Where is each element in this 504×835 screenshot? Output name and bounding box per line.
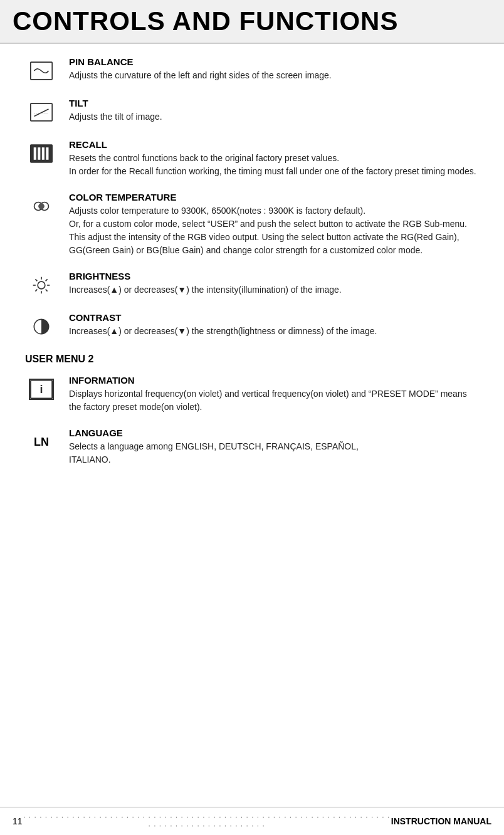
pin-balance-desc: Adjusts the curvature of the left and ri… xyxy=(69,69,479,82)
list-item: RECALL Resets the control functions back… xyxy=(25,139,479,178)
language-icon: LN xyxy=(25,429,58,455)
information-icon: i xyxy=(25,376,58,402)
svg-line-17 xyxy=(35,279,37,281)
pin-balance-title: PIN BALANCE xyxy=(69,56,479,67)
tilt-text: TILT Adjusts the tilt of image. xyxy=(69,98,479,123)
contrast-title: CONTRAST xyxy=(69,312,479,323)
list-item: CONTRAST Increases(▲) or decreases(▼) th… xyxy=(25,312,479,340)
brightness-title: BRIGHTNESS xyxy=(69,271,479,281)
tilt-title: TILT xyxy=(69,98,479,108)
tilt-icon xyxy=(25,99,58,125)
language-title: LANGUAGE xyxy=(69,428,479,438)
svg-rect-8 xyxy=(42,147,45,160)
brightness-text: BRIGHTNESS Increases(▲) or decreases(▼) … xyxy=(69,271,479,297)
footer-page-number: 11 xyxy=(13,816,23,826)
information-desc: Displays horizontal frequency(on violet)… xyxy=(69,387,479,414)
svg-line-20 xyxy=(35,290,37,291)
brightness-desc: Increases(▲) or decreases(▼) the intensi… xyxy=(69,283,479,297)
recall-text: RECALL Resets the control functions back… xyxy=(69,139,479,178)
recall-title: RECALL xyxy=(69,139,479,150)
information-text: INFORMATION Displays horizontal frequenc… xyxy=(69,375,479,414)
brightness-icon xyxy=(25,272,58,298)
footer-manual-title: INSTRUCTION MANUAL xyxy=(391,816,491,826)
language-desc: Selects a language among ENGLISH, DEUTSC… xyxy=(69,440,479,466)
color-temperature-desc: Adjusts color temperature to 9300K, 6500… xyxy=(69,204,479,257)
svg-line-19 xyxy=(46,279,48,281)
user-menu-2-header: USER MENU 2 xyxy=(25,354,479,365)
color-temperature-text: COLOR TEMPERATURE Adjusts color temperat… xyxy=(69,192,479,257)
svg-line-18 xyxy=(46,290,48,291)
color-temperature-icon xyxy=(25,193,58,219)
list-item: BRIGHTNESS Increases(▲) or decreases(▼) … xyxy=(25,271,479,298)
list-item: TILT Adjusts the tilt of image. xyxy=(25,98,479,125)
pin-balance-text: PIN BALANCE Adjusts the curvature of the… xyxy=(69,56,479,82)
svg-rect-7 xyxy=(38,147,40,160)
color-temperature-title: COLOR TEMPERATURE xyxy=(69,192,479,202)
svg-point-12 xyxy=(38,281,45,289)
recall-desc: Resets the control functions back to the… xyxy=(69,152,479,178)
language-text: LANGUAGE Selects a language among ENGLIS… xyxy=(69,428,479,466)
svg-rect-9 xyxy=(46,147,48,160)
recall-icon xyxy=(25,140,58,167)
main-content: PIN BALANCE Adjusts the curvature of the… xyxy=(0,44,504,493)
list-item: PIN BALANCE Adjusts the curvature of the… xyxy=(25,56,479,84)
contrast-text: CONTRAST Increases(▲) or decreases(▼) th… xyxy=(69,312,479,338)
list-item: i INFORMATION Displays horizontal freque… xyxy=(25,375,479,414)
svg-rect-6 xyxy=(34,147,36,160)
svg-text:i: i xyxy=(39,383,43,396)
list-item: COLOR TEMPERATURE Adjusts color temperat… xyxy=(25,192,479,257)
pin-balance-icon xyxy=(25,58,58,84)
contrast-desc: Increases(▲) or decreases(▼) the strengt… xyxy=(69,325,479,338)
contrast-icon xyxy=(25,313,58,340)
tilt-desc: Adjusts the tilt of image. xyxy=(69,110,479,123)
list-item: LN LANGUAGE Selects a language among ENG… xyxy=(25,428,479,466)
page-header: CONTROLS AND FUNCTIONS xyxy=(0,0,504,44)
page-footer: 11 · · · · · · · · · · · · · · · · · · ·… xyxy=(0,807,504,835)
footer-dots: · · · · · · · · · · · · · · · · · · · · … xyxy=(23,812,391,830)
information-title: INFORMATION xyxy=(69,375,479,386)
page-title: CONTROLS AND FUNCTIONS xyxy=(13,6,491,36)
